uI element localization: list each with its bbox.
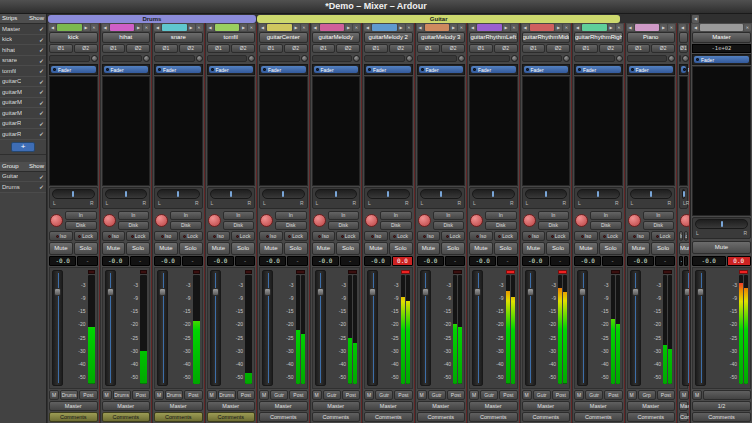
gain-display[interactable]: -0.0 (102, 256, 129, 266)
automation-mode-button[interactable]: M (49, 390, 59, 400)
scroll-left-icon[interactable]: ◀ (417, 24, 424, 31)
peak-display[interactable]: 0.0 (392, 256, 412, 266)
peak-indicator[interactable] (739, 270, 748, 274)
record-arm-button[interactable] (313, 214, 326, 227)
hide-strip-icon[interactable]: ✕ (406, 24, 413, 31)
polarity-1-button[interactable]: Ø1 (259, 44, 283, 53)
polarity-2-button[interactable]: Ø2 (336, 44, 360, 53)
panner[interactable]: L R (522, 187, 571, 209)
peak-indicator[interactable] (453, 270, 462, 274)
monitor-disk-button[interactable]: Disk (590, 221, 622, 230)
output-button[interactable]: Master (679, 401, 688, 411)
processor-led-icon[interactable] (526, 68, 529, 71)
hide-strip-icon[interactable]: ✕ (511, 24, 518, 31)
panner[interactable]: L R (469, 187, 518, 209)
automation-mode-button[interactable]: M (469, 390, 479, 400)
meter-point-button[interactable]: Post (289, 390, 307, 400)
solo-lock-button[interactable]: Lock (684, 231, 688, 241)
window-titlebar[interactable]: *Demo – Mixer – Ardour (0, 0, 752, 14)
fader-handle[interactable] (422, 288, 429, 296)
strip-name-button[interactable]: guitarMelody 3 (417, 32, 466, 43)
fader-processor-entry[interactable]: Fader (419, 66, 464, 73)
strips-list-item[interactable]: guitarR ✓ (0, 119, 46, 130)
fader-processor-entry[interactable]: Fader (576, 66, 621, 73)
comments-button[interactable]: Comments (522, 412, 571, 422)
peak-display[interactable]: - (130, 256, 150, 266)
monitor-disk-button[interactable]: Disk (643, 221, 675, 230)
peak-indicator[interactable] (193, 270, 200, 274)
solo-button[interactable]: Solo (179, 242, 203, 255)
scroll-right-icon[interactable]: ▶ (293, 24, 300, 31)
polarity-2-button[interactable]: Ø2 (284, 44, 308, 53)
strips-list-item[interactable]: kick ✓ (0, 35, 46, 46)
solo-isolate-button[interactable]: Iso (364, 231, 388, 241)
meter-point-button[interactable]: Post (499, 390, 517, 400)
add-track-button[interactable]: + (11, 142, 35, 152)
mute-button[interactable]: Mute (207, 242, 231, 255)
pan-slider[interactable] (210, 189, 253, 199)
hide-strip-icon[interactable]: ✕ (91, 24, 98, 31)
trim-display[interactable] (679, 55, 681, 62)
gain-display[interactable]: -0.0 (259, 256, 286, 266)
gain-fader[interactable] (105, 270, 116, 386)
trim-knob[interactable] (563, 55, 570, 62)
pan-slider[interactable] (315, 189, 358, 199)
meter-point-button[interactable]: Post (394, 390, 412, 400)
monitor-input-button[interactable]: In (538, 211, 570, 220)
solo-lock-button[interactable]: Lock (389, 231, 413, 241)
peak-display[interactable]: - (602, 256, 622, 266)
strip-color-bar[interactable] (425, 24, 450, 31)
scroll-left-icon[interactable]: ◀ (692, 24, 699, 31)
polarity-2-button[interactable]: Ø2 (599, 44, 623, 53)
output-button[interactable]: 1/2 (692, 401, 751, 411)
group-button[interactable]: Gutr (270, 390, 288, 400)
hide-strip-icon[interactable]: ✕ (143, 24, 150, 31)
strips-list-item[interactable]: tomfil ✓ (0, 66, 46, 77)
polarity-1-button[interactable]: Ø1 (679, 44, 688, 53)
monitor-input-button[interactable]: In (65, 211, 97, 220)
solo-isolate-button[interactable]: Iso (574, 231, 598, 241)
fader-processor-entry[interactable]: Fader (471, 66, 516, 73)
meter-point-button[interactable]: Post (604, 390, 622, 400)
strip-name-button[interactable]: guitarCenter (259, 32, 308, 43)
meter-point-button[interactable]: Post (132, 390, 150, 400)
polarity-1-button[interactable]: Ø1 (154, 44, 178, 53)
peak-display[interactable]: - (550, 256, 570, 266)
comments-button[interactable]: Comments (417, 412, 466, 422)
scroll-left-icon[interactable]: ◀ (102, 24, 109, 31)
monitor-input-button[interactable]: In (170, 211, 202, 220)
fader-processor-entry[interactable]: Fader (681, 66, 686, 73)
trim-knob[interactable] (668, 55, 675, 62)
panner[interactable]: L R (692, 217, 751, 239)
solo-button[interactable]: Solo (651, 242, 675, 255)
scroll-left-icon[interactable]: ◀ (49, 24, 56, 31)
record-arm-button[interactable] (208, 214, 221, 227)
gain-fader[interactable] (52, 270, 63, 386)
comments-button[interactable]: Comments (49, 412, 98, 422)
monitor-disk-button[interactable]: Disk (328, 221, 360, 230)
panner[interactable]: L R (312, 187, 361, 209)
peak-display[interactable]: - (287, 256, 307, 266)
peak-indicator[interactable] (88, 270, 95, 274)
trim-display[interactable] (259, 55, 300, 62)
strip-name-button[interactable]: guitarRhythmRight (574, 32, 623, 43)
gain-fader[interactable] (695, 270, 706, 386)
strip-color-bar[interactable] (700, 24, 743, 31)
processor-list[interactable]: Fader (312, 64, 361, 75)
record-arm-button[interactable] (470, 214, 483, 227)
hide-strip-icon[interactable]: ✕ (458, 24, 465, 31)
automation-mode-button[interactable]: M (364, 390, 374, 400)
solo-isolate-button[interactable]: Iso (102, 231, 126, 241)
trim-display[interactable] (469, 55, 510, 62)
strip-color-bar[interactable] (477, 24, 502, 31)
group-button[interactable]: Gutr (480, 390, 498, 400)
processor-list[interactable]: Fader (627, 64, 676, 75)
fader-handle[interactable] (317, 288, 324, 296)
record-arm-button[interactable] (260, 214, 273, 227)
fader-handle[interactable] (474, 288, 481, 296)
scroll-right-icon[interactable]: ▶ (555, 24, 562, 31)
fader-handle[interactable] (107, 288, 114, 296)
comments-button[interactable]: Comments (627, 412, 676, 422)
mute-button[interactable]: Mute (627, 242, 651, 255)
scroll-left-icon[interactable]: ◀ (154, 24, 161, 31)
